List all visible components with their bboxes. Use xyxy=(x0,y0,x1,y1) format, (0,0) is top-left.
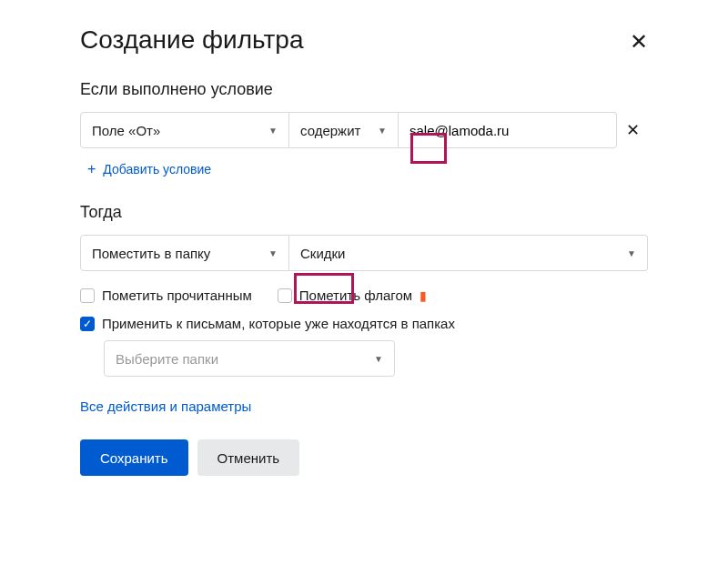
button-row: Сохранить Отменить xyxy=(80,439,648,476)
operator-select-label: содержит xyxy=(300,123,360,138)
apply-existing-checkbox[interactable]: ✓ Применить к письмам, которые уже наход… xyxy=(80,316,648,331)
action-select[interactable]: Поместить в папку ▼ xyxy=(80,235,289,271)
caret-icon: ▼ xyxy=(268,248,278,258)
all-params-link[interactable]: Все действия и параметры xyxy=(80,399,251,414)
mark-flag-checkbox[interactable]: Пометить флагом ▮ xyxy=(278,288,427,303)
action-select-label: Поместить в папку xyxy=(92,246,210,261)
condition-value-input[interactable] xyxy=(410,123,605,138)
then-heading: Тогда xyxy=(80,203,648,222)
checkbox-checked-icon: ✓ xyxy=(80,317,95,331)
apply-existing-row: ✓ Применить к письмам, которые уже наход… xyxy=(80,316,648,331)
mark-read-checkbox[interactable]: Пометить прочитанным xyxy=(80,288,252,303)
checkbox-icon xyxy=(80,288,95,303)
caret-icon: ▼ xyxy=(627,248,636,258)
checkbox-row: Пометить прочитанным Пометить флагом ▮ xyxy=(80,288,648,303)
condition-heading: Если выполнено условие xyxy=(80,80,648,99)
then-section: Тогда Поместить в папку ▼ Скидки ▼ Помет… xyxy=(80,203,648,377)
action-row: Поместить в папку ▼ Скидки ▼ xyxy=(80,235,648,271)
condition-value-input-wrap xyxy=(399,112,617,148)
condition-row: Поле «От» ▼ содержит ▼ ✕ xyxy=(80,112,648,148)
caret-icon: ▼ xyxy=(374,354,383,364)
apply-existing-label: Применить к письмам, которые уже находят… xyxy=(102,316,455,331)
field-select-label: Поле «От» xyxy=(92,123,160,138)
caret-icon: ▼ xyxy=(378,126,387,136)
close-button[interactable]: ✕ xyxy=(630,31,648,53)
field-select[interactable]: Поле «От» ▼ xyxy=(80,112,289,148)
checkbox-icon xyxy=(278,288,292,303)
cancel-button[interactable]: Отменить xyxy=(197,439,300,476)
plus-icon: + xyxy=(87,161,96,177)
filter-dialog: ✕ Создание фильтра Если выполнено услови… xyxy=(0,0,728,501)
folder-select[interactable]: Скидки ▼ xyxy=(289,235,648,271)
dialog-title: Создание фильтра xyxy=(80,25,648,55)
mark-read-label: Пометить прочитанным xyxy=(102,288,252,303)
add-condition-label: Добавить условие xyxy=(103,162,211,177)
select-folders-dropdown[interactable]: Выберите папки ▼ xyxy=(104,340,395,377)
add-condition-button[interactable]: + Добавить условие xyxy=(87,161,211,177)
flag-icon: ▮ xyxy=(420,288,427,303)
caret-icon: ▼ xyxy=(268,126,278,136)
select-folders-placeholder: Выберите папки xyxy=(116,351,218,367)
mark-flag-label: Пометить флагом xyxy=(299,288,412,303)
folder-select-label: Скидки xyxy=(300,246,345,261)
save-button[interactable]: Сохранить xyxy=(80,439,188,476)
remove-condition-button[interactable]: ✕ xyxy=(617,120,648,140)
operator-select[interactable]: содержит ▼ xyxy=(289,112,399,148)
